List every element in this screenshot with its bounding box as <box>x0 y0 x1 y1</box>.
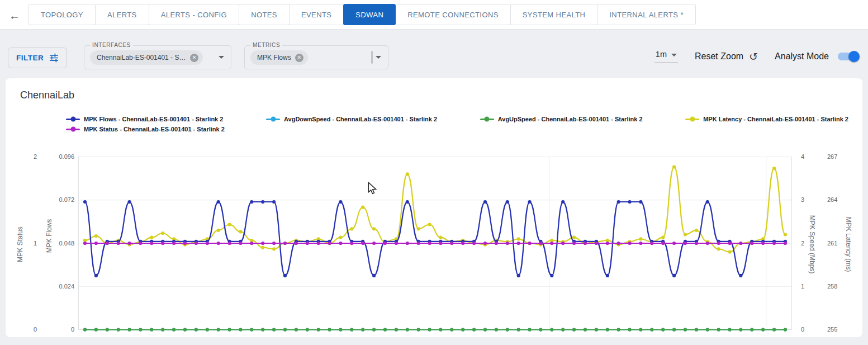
mouse-cursor <box>367 182 377 195</box>
chart-legend: MPK Flows - ChennaiLab-ES-001401 - Starl… <box>66 116 848 136</box>
analyst-mode-control: Analyst Mode <box>775 51 858 62</box>
legend-label: MPK Flows - ChennaiLab-ES-001401 - Starl… <box>84 116 223 122</box>
toggle-knob-icon <box>848 51 860 62</box>
metrics-chip[interactable]: MPK Flows ✕ <box>250 50 308 65</box>
axis-tick-mpk_status: 1 <box>15 240 37 247</box>
reset-zoom-button[interactable]: Reset Zoom ↻ <box>695 50 758 63</box>
legend-marker-icon <box>266 119 280 120</box>
legend-marker-icon <box>66 129 80 130</box>
app-window: ← TOPOLOGYALERTSALERTS - CONFIGNOTESEVEN… <box>0 0 868 345</box>
axis-tick-mpk_speed: 4 <box>801 153 818 160</box>
axis-tick-mpk_speed: 0 <box>801 326 818 333</box>
analyst-mode-label: Analyst Mode <box>775 51 829 62</box>
back-arrow-button[interactable]: ← <box>7 8 22 23</box>
interfaces-chip-label: ChennaiLab-ES-001401 - St... <box>97 54 186 62</box>
legend-dot-icon <box>690 117 695 122</box>
tab-sdwan[interactable]: SDWAN <box>343 4 396 25</box>
legend-item[interactable]: AvgUpSpeed - ChennaiLab-ES-001401 - Star… <box>480 116 643 122</box>
axis-tick-mpk_flows: 0.024 <box>52 283 74 290</box>
axis-tick-mpk_speed: 3 <box>801 196 818 203</box>
chart-plot[interactable] <box>78 157 792 330</box>
tab-events[interactable]: EVENTS <box>289 4 344 25</box>
metrics-field-label: METRICS <box>250 42 282 48</box>
tab-system-health[interactable]: SYSTEM HEALTH <box>510 4 598 25</box>
tab-topology[interactable]: TOPOLOGY <box>29 4 96 25</box>
axis-tick-mpk_latency: 264 <box>827 196 847 203</box>
axis-tick-mpk_flows: 0.096 <box>52 153 74 160</box>
analyst-mode-toggle[interactable] <box>838 53 858 60</box>
axis-tick-mpk_flows: 0.048 <box>52 240 74 247</box>
legend-dot-icon <box>485 117 490 122</box>
legend-marker-icon <box>685 119 699 120</box>
legend-item[interactable]: AvgDownSpeed - ChennaiLab-ES-001401 - St… <box>266 116 437 122</box>
reset-zoom-label: Reset Zoom <box>695 51 743 62</box>
tab-bar: TOPOLOGYALERTSALERTS - CONFIGNOTESEVENTS… <box>29 4 696 25</box>
metrics-scrollbar <box>371 51 373 64</box>
time-range-value: 1m <box>656 50 667 59</box>
tab-internal-alerts[interactable]: INTERNAL ALERTS * <box>597 4 696 25</box>
axis-tick-mpk_flows: 0.072 <box>52 196 74 203</box>
metrics-chip-remove-icon[interactable]: ✕ <box>295 54 303 62</box>
axis-label-mpk-flows: MPK Flows <box>45 219 53 253</box>
time-range-arrow-icon <box>671 54 677 56</box>
axis-tick-mpk_status: 2 <box>15 153 37 160</box>
interfaces-dropdown-arrow-icon[interactable] <box>219 56 224 59</box>
axis-tick-mpk_latency: 261 <box>827 240 847 247</box>
reset-zoom-icon: ↻ <box>749 50 758 63</box>
filter-button-label: FILTER <box>16 54 44 62</box>
chart-controls: 1m Reset Zoom ↻ Analyst Mode <box>654 50 858 63</box>
interfaces-chip-remove-icon[interactable]: ✕ <box>190 54 198 62</box>
legend-item[interactable]: MPK Flows - ChennaiLab-ES-001401 - Starl… <box>66 116 223 122</box>
legend-item[interactable]: MPK Status - ChennaiLab-ES-001401 - Star… <box>66 126 225 133</box>
top-bar: ← TOPOLOGYALERTSALERTS - CONFIGNOTESEVEN… <box>0 0 868 30</box>
legend-label: MPK Latency - ChennaiLab-ES-001401 - Sta… <box>703 116 848 122</box>
tab-alerts-config[interactable]: ALERTS - CONFIG <box>149 4 239 25</box>
time-range-select[interactable]: 1m <box>654 50 678 63</box>
tab-alerts[interactable]: ALERTS <box>95 4 149 25</box>
legend-marker-icon <box>66 119 80 120</box>
axis-tick-mpk_latency: 267 <box>827 153 847 160</box>
tab-notes[interactable]: NOTES <box>239 4 290 25</box>
axis-tick-mpk_status: 0 <box>15 326 37 333</box>
axis-tick-mpk_speed: 2 <box>801 240 818 247</box>
metrics-dropdown-arrow-icon[interactable] <box>376 56 381 59</box>
legend-label: AvgDownSpeed - ChennaiLab-ES-001401 - St… <box>284 116 437 122</box>
legend-dot-icon <box>70 127 75 132</box>
legend-label: AvgUpSpeed - ChennaiLab-ES-001401 - Star… <box>498 116 643 122</box>
interfaces-select[interactable]: INTERFACES ChennaiLab-ES-001401 - St... … <box>84 45 231 69</box>
legend-item[interactable]: MPK Latency - ChennaiLab-ES-001401 - Sta… <box>685 116 848 122</box>
legend-dot-icon <box>70 117 75 122</box>
tab-remote-connections[interactable]: REMOTE CONNECTIONS <box>395 4 510 25</box>
interfaces-chip[interactable]: ChennaiLab-ES-001401 - St... ✕ <box>90 50 203 65</box>
axis-tick-mpk_latency: 255 <box>827 326 847 333</box>
axis-tick-mpk_speed: 1 <box>801 283 818 290</box>
legend-dot-icon <box>271 117 276 122</box>
chart-title: ChennaiLab <box>20 89 74 101</box>
filter-tune-icon <box>49 53 59 63</box>
interfaces-field-label: INTERFACES <box>90 42 133 48</box>
legend-label: MPK Status - ChennaiLab-ES-001401 - Star… <box>84 126 225 133</box>
filter-button[interactable]: FILTER <box>8 48 67 68</box>
metrics-chip-label: MPK Flows <box>257 54 291 62</box>
metrics-select[interactable]: METRICS MPK Flows ✕ <box>244 45 388 69</box>
axis-tick-mpk_flows: 0 <box>52 326 74 333</box>
axis-tick-mpk_latency: 258 <box>827 283 847 290</box>
legend-marker-icon <box>480 119 494 120</box>
